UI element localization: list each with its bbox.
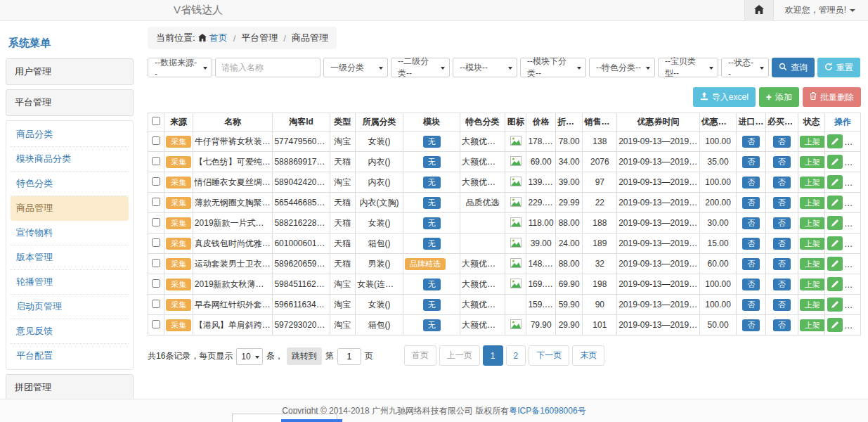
sidebar-group[interactable]: 拼团管理 <box>6 374 134 399</box>
sidebar-subitem[interactable]: 轮播管理 <box>11 270 129 295</box>
row-checkbox[interactable] <box>152 238 160 247</box>
module-subcategory-select[interactable]: --模块下分类-- <box>520 58 586 77</box>
batch-delete-button[interactable]: 批量删除 <box>803 87 861 107</box>
imported-toggle[interactable]: 否 <box>742 136 760 148</box>
status-toggle[interactable]: 上架 <box>800 258 825 270</box>
row-checkbox[interactable] <box>152 300 160 308</box>
sidebar-subitem[interactable]: 意见反馈 <box>11 319 129 344</box>
level1-category-select[interactable]: 一级分类 <box>323 58 388 77</box>
edit-button[interactable] <box>827 236 843 250</box>
imported-toggle[interactable]: 否 <box>742 299 760 311</box>
mustbuy-toggle[interactable]: 否 <box>773 299 791 311</box>
imported-toggle[interactable]: 否 <box>742 197 760 209</box>
trash-icon <box>810 92 817 102</box>
imported-toggle[interactable]: 否 <box>742 258 760 270</box>
status-toggle[interactable]: 上架 <box>800 177 825 188</box>
module-select[interactable]: --模块-- <box>453 58 517 77</box>
mustbuy-toggle[interactable]: 否 <box>773 217 791 229</box>
row-checkbox[interactable] <box>152 320 160 328</box>
breadcrumb-home-link[interactable]: 首页 <box>209 32 228 44</box>
mustbuy-toggle[interactable]: 否 <box>773 319 791 331</box>
edit-button[interactable] <box>827 175 843 189</box>
jump-button[interactable]: 跳转到 <box>287 347 322 365</box>
row-checkbox[interactable] <box>152 279 160 288</box>
query-button[interactable]: 查询 <box>772 58 815 77</box>
source-badge: 采集 <box>166 197 191 209</box>
data-source-select[interactable]: --数据来源-- <box>148 58 212 77</box>
sidebar-subitem[interactable]: 启动页管理 <box>11 295 129 319</box>
name-input[interactable] <box>215 58 320 77</box>
page-1-button[interactable]: 1 <box>483 345 503 366</box>
row-checkbox[interactable] <box>152 259 160 267</box>
edit-button[interactable] <box>827 216 843 230</box>
edit-button[interactable] <box>827 277 843 291</box>
mustbuy-toggle[interactable]: 否 <box>773 197 791 209</box>
reset-button[interactable]: 重置 <box>817 58 860 77</box>
row-checkbox[interactable] <box>152 198 160 206</box>
module-badge: 无 <box>423 156 441 168</box>
row-checkbox[interactable] <box>152 157 160 165</box>
status-toggle[interactable]: 上架 <box>800 238 825 250</box>
user-menu[interactable]: 欢迎您，管理员! <box>785 4 855 16</box>
jump-page-input[interactable] <box>337 348 361 365</box>
home-button[interactable] <box>744 0 774 21</box>
mustbuy-toggle[interactable]: 否 <box>773 156 791 168</box>
level2-category-select[interactable]: --二级分类-- <box>391 58 450 77</box>
sidebar-subitem[interactable]: 宣传物料 <box>11 221 129 245</box>
sidebar-group-platform[interactable]: 平台管理 <box>6 89 134 116</box>
row-checkbox[interactable] <box>152 177 160 186</box>
sidebar-subitem[interactable]: 商品分类 <box>11 122 129 147</box>
page-2-button[interactable]: 2 <box>506 345 526 366</box>
product-image-icon <box>510 179 522 188</box>
imported-toggle[interactable]: 否 <box>742 156 760 168</box>
imported-toggle[interactable]: 否 <box>742 177 760 188</box>
import-excel-button[interactable]: 导入excel <box>693 87 756 107</box>
mustbuy-toggle[interactable]: 否 <box>773 258 791 270</box>
sidebar-subitem[interactable]: 模块商品分类 <box>11 147 129 172</box>
select-all-checkbox[interactable] <box>152 117 160 125</box>
per-page-select[interactable]: 10 <box>236 348 262 365</box>
row-checkbox[interactable] <box>152 218 160 226</box>
sidebar-subitem-active[interactable]: 商品管理 <box>11 196 129 221</box>
status-toggle[interactable]: 上架 <box>800 279 825 290</box>
feature-category-select[interactable]: --特色分类-- <box>589 58 655 77</box>
sidebar-subitem[interactable]: 特色分类 <box>11 172 129 196</box>
imported-toggle[interactable]: 否 <box>742 238 760 250</box>
edit-button[interactable] <box>827 257 843 271</box>
icp-link[interactable]: 粤ICP备16098006号 <box>509 405 585 417</box>
product-category: 内衣() <box>356 172 403 193</box>
page-next-button[interactable]: 下一页 <box>529 345 569 366</box>
status-toggle[interactable]: 上架 <box>800 319 825 331</box>
mustbuy-toggle[interactable]: 否 <box>773 136 791 148</box>
imported-toggle[interactable]: 否 <box>742 217 760 229</box>
status-toggle[interactable]: 上架 <box>800 299 825 311</box>
sidebar-group-users[interactable]: 用户管理 <box>6 58 134 85</box>
mustbuy-toggle[interactable]: 否 <box>773 177 791 188</box>
page-first-button[interactable]: 首页 <box>404 345 436 366</box>
status-toggle[interactable]: 上架 <box>800 156 825 168</box>
imported-toggle[interactable]: 否 <box>742 279 760 290</box>
status-toggle[interactable]: 上架 <box>800 197 825 209</box>
page-last-button[interactable]: 末页 <box>572 345 604 366</box>
status-toggle[interactable]: 上架 <box>800 217 825 229</box>
add-button[interactable]: + 添加 <box>759 87 799 107</box>
table-cell: 无 <box>403 152 460 172</box>
edit-button[interactable] <box>827 134 843 148</box>
edit-button[interactable] <box>827 298 843 312</box>
sidebar-subitem[interactable]: 平台配置 <box>11 344 129 368</box>
status-select[interactable]: --状态-- <box>721 58 769 77</box>
mustbuy-toggle[interactable]: 否 <box>773 238 791 250</box>
imported-toggle[interactable]: 否 <box>742 319 760 331</box>
item-type-select[interactable]: --宝贝类型-- <box>658 58 718 77</box>
edit-button[interactable] <box>827 155 843 169</box>
table-row: 采集【七色纺】可爱纯棉家...588869917501天猫内衣()无大额优惠券6… <box>148 152 861 172</box>
edit-button[interactable] <box>827 318 843 332</box>
mustbuy-toggle[interactable]: 否 <box>773 279 791 290</box>
status-toggle[interactable]: 上架 <box>800 136 825 148</box>
edit-button[interactable] <box>827 196 843 210</box>
price: 148.00 <box>526 254 556 274</box>
row-checkbox[interactable] <box>152 136 160 145</box>
sidebar-subitem[interactable]: 版本管理 <box>11 245 129 270</box>
table-cell: 否 <box>737 274 766 295</box>
page-prev-button[interactable]: 上一页 <box>439 345 480 366</box>
